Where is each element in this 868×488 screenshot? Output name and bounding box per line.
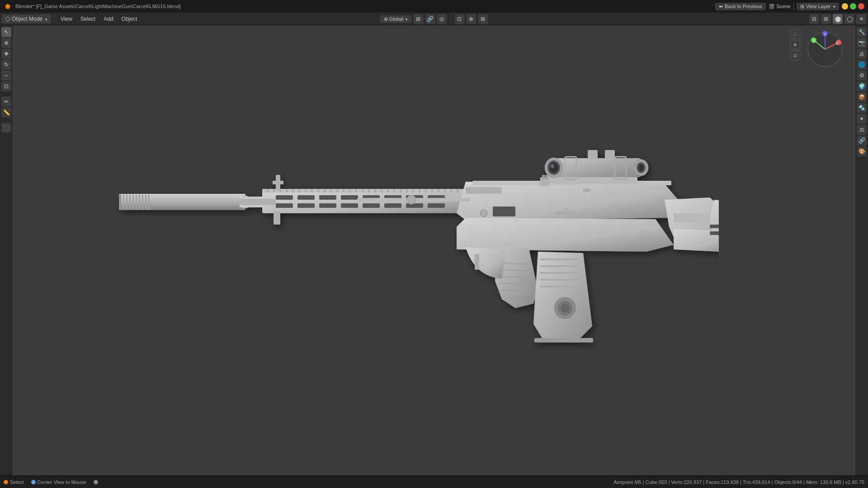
annotate-tool-button[interactable]: ✏ [1,97,11,107]
svg-rect-19 [142,194,143,210]
status-info-right: Aimpoint M5 | Cube.003 | Verts:220,937 |… [614,479,864,485]
transform-tool-button[interactable]: ⊡ [1,81,11,91]
render-icon: ☀ [859,16,864,22]
svg-rect-42 [368,189,370,192]
add-cube-button[interactable]: ⬛ [1,123,11,133]
viewport[interactable]: ↖ ⊕ ✥ ↻ ↔ ⊡ ✏ 📏 ⬛ 🔧 📷 🖨 🌐 ⚙ 🌍 📦 🔩 ✦ ⚖ 🔗 … [0,25,868,475]
global-transform-button[interactable]: ⊕ Global [380,15,412,23]
svg-text:Y: Y [812,39,815,43]
show-overlays-button[interactable]: ⊕ [466,14,476,24]
svg-rect-94 [540,258,579,260]
view-properties-button[interactable]: 🌐 [857,60,867,70]
select-tool-button[interactable]: ↖ [1,27,11,37]
solid-button[interactable]: ⬤ [833,14,843,24]
menu-select[interactable]: Select [77,14,99,23]
xray-button[interactable]: ⊞ [478,14,488,24]
scene-selector: 🎬 Scene [769,4,791,9]
svg-rect-40 [355,189,357,192]
save-key-icon [94,480,98,484]
object-properties-button[interactable]: 📦 [857,92,867,102]
scene-properties-button[interactable]: 🔧 [857,27,867,37]
global-label: Global [389,16,404,22]
object-mode-icon: ⬡ [5,16,10,22]
svg-rect-47 [400,189,401,192]
rotate-tool-button[interactable]: ↻ [1,60,11,70]
view-layer-label: View Layer [806,4,830,9]
svg-rect-36 [330,189,332,192]
menu-view[interactable]: View [57,14,76,23]
material-icon: ◯ [847,16,853,22]
navigation-gizmo[interactable]: X Y Z [805,29,845,70]
scale-tool-button[interactable]: ↔ [1,70,11,80]
proportional-icon: ◎ [439,16,444,22]
svg-rect-52 [431,189,433,192]
svg-rect-16 [132,194,134,210]
status-info-text: Aimpoint M5 | Cube.003 | Verts:220,937 |… [614,479,864,485]
svg-rect-37 [336,189,338,192]
render-properties-button[interactable]: 📷 [857,38,867,48]
scene-icon: 🎬 [769,4,775,9]
cursor-tool-button[interactable]: ⊕ [1,38,11,48]
svg-rect-33 [311,189,313,192]
gizmo-icon: ⊡ [457,16,462,22]
view-mode-icon: ⊟ [812,16,816,22]
svg-marker-83 [457,218,674,252]
show-gizmos-button[interactable]: ⊡ [454,14,464,24]
svg-rect-26 [267,189,269,192]
physics-properties-button[interactable]: ⚖ [857,125,867,135]
view-mode-button[interactable]: ⊟ [809,14,819,24]
minimize-button[interactable] [842,3,848,9]
svg-rect-80 [565,208,569,215]
global-chevron-icon [405,16,408,22]
svg-rect-41 [362,189,363,192]
window-title: Blender* [F]_Game Assets\Carcell\LightMa… [15,4,712,9]
particles-properties-button[interactable]: ✦ [857,114,867,124]
svg-rect-93 [534,338,593,343]
wireframe-button[interactable]: ⊞ [821,14,831,24]
solid-icon: ⬤ [835,16,841,22]
back-to-previous-button[interactable]: ⬅ Back to Previous [715,3,766,10]
svg-rect-44 [381,189,382,192]
svg-rect-96 [540,272,579,274]
svg-rect-108 [710,231,719,235]
xray-icon: ⊞ [481,16,485,22]
scene-props-button[interactable]: ⚙ [857,70,867,80]
svg-text:Z: Z [824,32,826,36]
maximize-button[interactable] [850,3,856,9]
measure-tool-button[interactable]: 📏 [1,108,11,117]
viewport-zoom-button[interactable]: ⊕ [790,40,800,50]
transform-pivot-button[interactable]: ⊞ [413,14,423,24]
world-properties-button[interactable]: 🌍 [857,81,867,91]
right-panel: 🔧 📷 🖨 🌐 ⚙ 🌍 📦 🔩 ✦ ⚖ 🔗 🎨 [855,25,868,475]
left-toolbar: ↖ ⊕ ✥ ↻ ↔ ⊡ ✏ 📏 ⬛ [0,25,13,475]
svg-rect-60 [341,195,358,200]
viewport-overlays: ⬚ ⊕ ⊡ [790,29,800,61]
move-tool-button[interactable]: ✥ [1,49,11,59]
modifier-properties-button[interactable]: 🔩 [857,103,867,113]
separator [54,14,54,23]
svg-rect-55 [450,189,452,192]
svg-point-118 [638,164,644,171]
viewport-nav-icon[interactable]: ⬚ [790,29,800,39]
view-layer-button[interactable]: ⊞ View Layer [797,3,839,10]
svg-rect-46 [393,189,395,192]
view-layer-chevron-icon [832,4,835,9]
object-mode-button[interactable]: ⬡ Object Mode [2,14,51,23]
svg-text:X: X [835,41,838,45]
svg-rect-18 [139,194,140,210]
output-properties-button[interactable]: 🖨 [857,49,867,59]
material-properties-button[interactable]: 🎨 [857,146,867,156]
proportional-edit-button[interactable]: ◎ [437,14,447,24]
snap-button[interactable]: 🔗 [425,14,435,24]
svg-rect-45 [387,189,389,192]
material-preview-button[interactable]: ◯ [844,14,854,24]
svg-rect-76 [466,187,502,194]
rendered-button[interactable]: ☀ [856,14,866,24]
viewport-pan-button[interactable]: ⊡ [790,51,800,61]
menu-add[interactable]: Add [100,14,117,23]
center-view-key-icon [31,480,36,484]
constraints-properties-button[interactable]: 🔗 [857,136,867,145]
close-button[interactable] [858,3,864,9]
blender-logo-icon: ⬟ [4,2,12,10]
menu-object[interactable]: Object [118,14,141,23]
